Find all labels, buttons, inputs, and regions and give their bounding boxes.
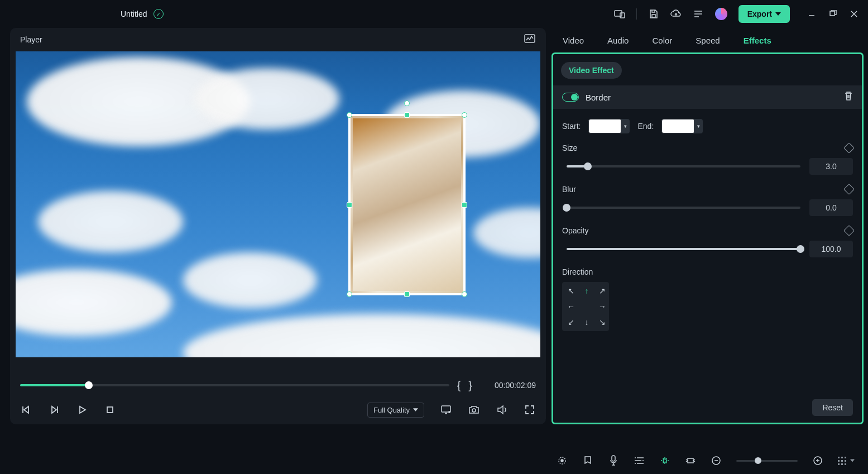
preview-canvas[interactable] <box>16 51 540 357</box>
dir-sw[interactable]: ↙ <box>563 314 579 330</box>
marker-icon[interactable] <box>582 455 593 466</box>
auto-icon[interactable] <box>557 455 568 466</box>
svg-point-12 <box>663 459 666 462</box>
fullscreen-icon[interactable] <box>524 404 536 416</box>
end-color-dropdown[interactable]: ▾ <box>694 119 703 133</box>
tab-video[interactable]: Video <box>562 33 585 47</box>
seek-slider[interactable] <box>20 384 449 386</box>
dir-nw[interactable]: ↖ <box>563 283 579 299</box>
dir-se[interactable]: ↘ <box>594 314 610 330</box>
topbar: Untitled ✓ Export <box>0 0 868 28</box>
close-button[interactable] <box>849 9 859 19</box>
maximize-button[interactable] <box>828 9 838 19</box>
size-label: Size <box>562 143 577 152</box>
prev-frame-button[interactable] <box>20 404 32 416</box>
start-color-swatch[interactable] <box>588 119 622 133</box>
mark-in-button[interactable]: { <box>457 379 461 392</box>
dir-n[interactable]: ↑ <box>579 283 594 299</box>
menu-icon[interactable] <box>693 8 704 20</box>
scopes-icon[interactable] <box>524 33 536 46</box>
player-header-label: Player <box>20 35 42 44</box>
export-button[interactable]: Export <box>738 5 790 23</box>
mark-out-button[interactable]: } <box>468 379 472 392</box>
end-color-swatch[interactable] <box>661 119 695 133</box>
resize-handle-mr[interactable] <box>462 202 467 208</box>
resize-handle-tl[interactable] <box>347 112 352 118</box>
delete-effect-button[interactable] <box>844 91 853 103</box>
opacity-value[interactable]: 100.0 <box>809 241 853 257</box>
size-keyframe-button[interactable] <box>843 142 855 154</box>
svg-rect-1 <box>620 13 625 18</box>
resize-handle-ml[interactable] <box>347 202 352 208</box>
rotate-handle[interactable] <box>404 100 410 106</box>
tab-color[interactable]: Color <box>651 33 673 47</box>
zoom-out-button[interactable] <box>711 455 722 466</box>
resize-handle-bl[interactable] <box>347 291 352 297</box>
resize-handle-tr[interactable] <box>462 112 467 118</box>
resize-handle-br[interactable] <box>462 291 467 297</box>
avatar[interactable] <box>715 8 727 20</box>
keyframe-nav-icon[interactable] <box>685 455 696 466</box>
mic-icon[interactable] <box>608 455 619 466</box>
timeline-view-icon[interactable] <box>838 457 848 465</box>
play-button[interactable] <box>76 404 88 416</box>
direction-label: Direction <box>562 267 593 276</box>
blur-group: Blur 0.0 <box>562 185 853 216</box>
zoom-slider[interactable] <box>736 460 798 462</box>
save-icon[interactable] <box>648 8 659 20</box>
chevron-down-icon <box>775 12 781 16</box>
size-value[interactable]: 3.0 <box>809 158 853 175</box>
direction-grid: ↖ ↑ ↗ ← → ↙ ↓ ↘ <box>562 282 609 331</box>
dir-w[interactable]: ← <box>563 299 579 314</box>
display-icon[interactable] <box>440 404 452 416</box>
border-toggle[interactable] <box>562 93 579 102</box>
export-label: Export <box>747 9 772 18</box>
selected-clip[interactable] <box>348 114 466 295</box>
next-frame-button[interactable] <box>48 404 60 416</box>
svg-rect-2 <box>652 15 655 17</box>
resize-handle-mt[interactable] <box>404 112 410 118</box>
screens-icon[interactable] <box>614 8 625 20</box>
dir-s[interactable]: ↓ <box>579 314 594 330</box>
minimize-button[interactable] <box>807 9 817 19</box>
bottom-toolbar <box>0 447 868 474</box>
start-label: Start: <box>562 122 581 131</box>
timecode: 00:00:02:09 <box>480 381 536 390</box>
volume-icon[interactable] <box>496 404 508 416</box>
blur-slider[interactable] <box>567 207 800 209</box>
chevron-down-icon[interactable] <box>850 459 855 462</box>
svg-point-7 <box>448 411 450 413</box>
tab-effects[interactable]: Effects <box>742 33 773 47</box>
subtitle-icon[interactable] <box>634 455 645 466</box>
svg-rect-11 <box>612 456 615 461</box>
zoom-in-button[interactable] <box>812 455 823 466</box>
stop-button[interactable] <box>104 404 116 416</box>
dir-ne[interactable]: ↗ <box>594 283 610 299</box>
cloud-upload-icon[interactable] <box>670 8 682 20</box>
tab-audio[interactable]: Audio <box>606 33 630 47</box>
dir-e[interactable]: → <box>594 299 610 314</box>
svg-point-10 <box>561 459 563 462</box>
reset-button[interactable]: Reset <box>812 399 853 416</box>
quality-label: Full Quality <box>373 406 410 414</box>
dir-c[interactable] <box>579 299 594 314</box>
size-slider[interactable] <box>567 165 800 167</box>
blur-keyframe-button[interactable] <box>843 184 855 195</box>
snapshot-icon[interactable] <box>468 404 480 416</box>
effects-icon[interactable] <box>659 455 670 466</box>
opacity-slider[interactable] <box>567 248 800 250</box>
blur-label: Blur <box>562 185 576 194</box>
video-effect-chip[interactable]: Video Effect <box>561 62 622 79</box>
blur-value[interactable]: 0.0 <box>809 199 853 216</box>
quality-dropdown[interactable]: Full Quality <box>367 403 424 418</box>
svg-rect-3 <box>830 11 835 16</box>
project-title: Untitled <box>121 9 147 18</box>
direction-group: Direction ↖ ↑ ↗ ← → ↙ ↓ ↘ <box>562 267 853 331</box>
opacity-label: Opacity <box>562 226 588 235</box>
resize-handle-mb[interactable] <box>404 291 410 297</box>
opacity-keyframe-button[interactable] <box>843 225 855 236</box>
svg-rect-4 <box>525 35 535 42</box>
tab-speed[interactable]: Speed <box>694 33 721 47</box>
start-color-dropdown[interactable]: ▾ <box>621 119 630 133</box>
svg-rect-5 <box>107 407 113 413</box>
